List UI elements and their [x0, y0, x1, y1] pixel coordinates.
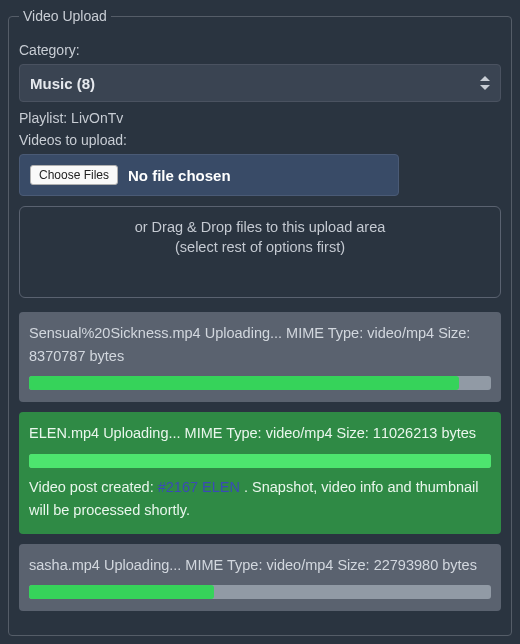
progress-fill — [29, 454, 491, 468]
dropzone[interactable]: or Drag & Drop files to this upload area… — [19, 206, 501, 298]
file-input-status: No file chosen — [128, 167, 231, 184]
upload-item: Sensual%20Sickness.mp4 Uploading... MIME… — [19, 312, 501, 402]
progress-fill — [29, 585, 214, 599]
choose-files-button[interactable]: Choose Files — [30, 165, 118, 185]
category-select-value: Music (8) — [30, 75, 95, 92]
progress-bar — [29, 454, 491, 468]
upload-item-text: ELEN.mp4 Uploading... MIME Type: video/m… — [29, 422, 491, 445]
upload-item-text: sasha.mp4 Uploading... MIME Type: video/… — [29, 554, 491, 577]
upload-item: sasha.mp4 Uploading... MIME Type: video/… — [19, 544, 501, 611]
upload-item-text: Sensual%20Sickness.mp4 Uploading... MIME… — [29, 322, 491, 368]
chevron-updown-icon — [480, 76, 490, 90]
file-input[interactable]: Choose Files No file chosen — [19, 154, 399, 196]
dropzone-text: or Drag & Drop files to this upload area — [135, 219, 386, 235]
progress-fill — [29, 376, 459, 390]
videos-to-upload-label: Videos to upload: — [19, 132, 501, 148]
playlist-label: Playlist: LivOnTv — [19, 110, 501, 126]
category-label: Category: — [19, 42, 501, 58]
upload-post-message: Video post created: #2167 ELEN . Snapsho… — [29, 476, 491, 522]
video-upload-panel: Video Upload Category: Music (8) Playlis… — [8, 8, 512, 636]
post-link[interactable]: #2167 ELEN — [158, 479, 240, 495]
progress-bar — [29, 376, 491, 390]
panel-legend: Video Upload — [19, 8, 111, 24]
progress-bar — [29, 585, 491, 599]
dropzone-subtext: (select rest of options first) — [175, 239, 345, 255]
category-select[interactable]: Music (8) — [19, 64, 501, 102]
post-msg-prefix: Video post created: — [29, 479, 158, 495]
upload-item: ELEN.mp4 Uploading... MIME Type: video/m… — [19, 412, 501, 534]
